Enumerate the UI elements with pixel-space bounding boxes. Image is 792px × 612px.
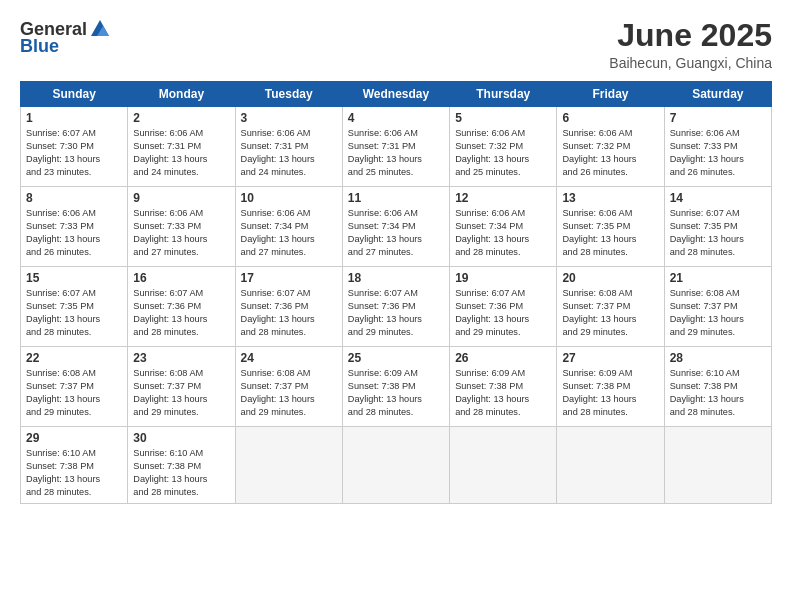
day-number: 17 <box>241 271 337 285</box>
col-monday: Monday <box>128 82 235 107</box>
table-row: 23Sunrise: 6:08 AMSunset: 7:37 PMDayligh… <box>128 347 235 427</box>
table-row: 15Sunrise: 6:07 AMSunset: 7:35 PMDayligh… <box>21 267 128 347</box>
cell-info: Sunrise: 6:09 AMSunset: 7:38 PMDaylight:… <box>562 367 658 419</box>
table-row <box>235 427 342 504</box>
table-row: 2Sunrise: 6:06 AMSunset: 7:31 PMDaylight… <box>128 107 235 187</box>
col-saturday: Saturday <box>664 82 771 107</box>
cell-info: Sunrise: 6:06 AMSunset: 7:33 PMDaylight:… <box>670 127 766 179</box>
calendar-week-row: 22Sunrise: 6:08 AMSunset: 7:37 PMDayligh… <box>21 347 772 427</box>
logo-blue: Blue <box>20 36 59 57</box>
table-row: 1Sunrise: 6:07 AMSunset: 7:30 PMDaylight… <box>21 107 128 187</box>
cell-info: Sunrise: 6:08 AMSunset: 7:37 PMDaylight:… <box>562 287 658 339</box>
cell-info: Sunrise: 6:10 AMSunset: 7:38 PMDaylight:… <box>26 447 122 499</box>
table-row: 19Sunrise: 6:07 AMSunset: 7:36 PMDayligh… <box>450 267 557 347</box>
day-number: 25 <box>348 351 444 365</box>
calendar: Sunday Monday Tuesday Wednesday Thursday… <box>20 81 772 504</box>
table-row: 17Sunrise: 6:07 AMSunset: 7:36 PMDayligh… <box>235 267 342 347</box>
calendar-week-row: 8Sunrise: 6:06 AMSunset: 7:33 PMDaylight… <box>21 187 772 267</box>
cell-info: Sunrise: 6:09 AMSunset: 7:38 PMDaylight:… <box>348 367 444 419</box>
cell-info: Sunrise: 6:07 AMSunset: 7:36 PMDaylight:… <box>241 287 337 339</box>
cell-info: Sunrise: 6:06 AMSunset: 7:34 PMDaylight:… <box>241 207 337 259</box>
day-number: 5 <box>455 111 551 125</box>
day-number: 14 <box>670 191 766 205</box>
table-row: 6Sunrise: 6:06 AMSunset: 7:32 PMDaylight… <box>557 107 664 187</box>
day-number: 23 <box>133 351 229 365</box>
day-number: 4 <box>348 111 444 125</box>
day-number: 21 <box>670 271 766 285</box>
cell-info: Sunrise: 6:10 AMSunset: 7:38 PMDaylight:… <box>670 367 766 419</box>
table-row: 28Sunrise: 6:10 AMSunset: 7:38 PMDayligh… <box>664 347 771 427</box>
col-tuesday: Tuesday <box>235 82 342 107</box>
logo: General Blue <box>20 18 111 57</box>
day-number: 16 <box>133 271 229 285</box>
col-thursday: Thursday <box>450 82 557 107</box>
page-header: General Blue June 2025 Baihecun, Guangxi… <box>20 18 772 71</box>
table-row: 16Sunrise: 6:07 AMSunset: 7:36 PMDayligh… <box>128 267 235 347</box>
day-number: 18 <box>348 271 444 285</box>
day-number: 19 <box>455 271 551 285</box>
day-number: 15 <box>26 271 122 285</box>
day-number: 10 <box>241 191 337 205</box>
cell-info: Sunrise: 6:09 AMSunset: 7:38 PMDaylight:… <box>455 367 551 419</box>
table-row: 12Sunrise: 6:06 AMSunset: 7:34 PMDayligh… <box>450 187 557 267</box>
table-row: 14Sunrise: 6:07 AMSunset: 7:35 PMDayligh… <box>664 187 771 267</box>
cell-info: Sunrise: 6:06 AMSunset: 7:33 PMDaylight:… <box>133 207 229 259</box>
col-wednesday: Wednesday <box>342 82 449 107</box>
day-number: 11 <box>348 191 444 205</box>
cell-info: Sunrise: 6:06 AMSunset: 7:33 PMDaylight:… <box>26 207 122 259</box>
day-number: 29 <box>26 431 122 445</box>
table-row: 29Sunrise: 6:10 AMSunset: 7:38 PMDayligh… <box>21 427 128 504</box>
logo-icon <box>89 18 111 40</box>
table-row: 9Sunrise: 6:06 AMSunset: 7:33 PMDaylight… <box>128 187 235 267</box>
table-row: 21Sunrise: 6:08 AMSunset: 7:37 PMDayligh… <box>664 267 771 347</box>
cell-info: Sunrise: 6:06 AMSunset: 7:31 PMDaylight:… <box>241 127 337 179</box>
table-row <box>664 427 771 504</box>
table-row: 26Sunrise: 6:09 AMSunset: 7:38 PMDayligh… <box>450 347 557 427</box>
day-number: 1 <box>26 111 122 125</box>
day-number: 9 <box>133 191 229 205</box>
cell-info: Sunrise: 6:08 AMSunset: 7:37 PMDaylight:… <box>670 287 766 339</box>
day-number: 7 <box>670 111 766 125</box>
cell-info: Sunrise: 6:06 AMSunset: 7:34 PMDaylight:… <box>455 207 551 259</box>
col-friday: Friday <box>557 82 664 107</box>
table-row: 4Sunrise: 6:06 AMSunset: 7:31 PMDaylight… <box>342 107 449 187</box>
cell-info: Sunrise: 6:06 AMSunset: 7:35 PMDaylight:… <box>562 207 658 259</box>
day-number: 20 <box>562 271 658 285</box>
cell-info: Sunrise: 6:06 AMSunset: 7:31 PMDaylight:… <box>348 127 444 179</box>
table-row: 11Sunrise: 6:06 AMSunset: 7:34 PMDayligh… <box>342 187 449 267</box>
cell-info: Sunrise: 6:06 AMSunset: 7:31 PMDaylight:… <box>133 127 229 179</box>
day-number: 2 <box>133 111 229 125</box>
cell-info: Sunrise: 6:06 AMSunset: 7:34 PMDaylight:… <box>348 207 444 259</box>
day-number: 27 <box>562 351 658 365</box>
cell-info: Sunrise: 6:07 AMSunset: 7:36 PMDaylight:… <box>133 287 229 339</box>
day-number: 24 <box>241 351 337 365</box>
table-row: 24Sunrise: 6:08 AMSunset: 7:37 PMDayligh… <box>235 347 342 427</box>
day-number: 8 <box>26 191 122 205</box>
location: Baihecun, Guangxi, China <box>609 55 772 71</box>
cell-info: Sunrise: 6:06 AMSunset: 7:32 PMDaylight:… <box>455 127 551 179</box>
table-row <box>450 427 557 504</box>
calendar-week-row: 15Sunrise: 6:07 AMSunset: 7:35 PMDayligh… <box>21 267 772 347</box>
cell-info: Sunrise: 6:08 AMSunset: 7:37 PMDaylight:… <box>241 367 337 419</box>
day-number: 6 <box>562 111 658 125</box>
table-row: 25Sunrise: 6:09 AMSunset: 7:38 PMDayligh… <box>342 347 449 427</box>
cell-info: Sunrise: 6:07 AMSunset: 7:30 PMDaylight:… <box>26 127 122 179</box>
calendar-week-row: 29Sunrise: 6:10 AMSunset: 7:38 PMDayligh… <box>21 427 772 504</box>
cell-info: Sunrise: 6:07 AMSunset: 7:36 PMDaylight:… <box>455 287 551 339</box>
day-number: 3 <box>241 111 337 125</box>
day-number: 22 <box>26 351 122 365</box>
table-row: 22Sunrise: 6:08 AMSunset: 7:37 PMDayligh… <box>21 347 128 427</box>
day-number: 26 <box>455 351 551 365</box>
cell-info: Sunrise: 6:07 AMSunset: 7:35 PMDaylight:… <box>670 207 766 259</box>
calendar-week-row: 1Sunrise: 6:07 AMSunset: 7:30 PMDaylight… <box>21 107 772 187</box>
title-area: June 2025 Baihecun, Guangxi, China <box>609 18 772 71</box>
table-row: 20Sunrise: 6:08 AMSunset: 7:37 PMDayligh… <box>557 267 664 347</box>
day-number: 30 <box>133 431 229 445</box>
table-row: 27Sunrise: 6:09 AMSunset: 7:38 PMDayligh… <box>557 347 664 427</box>
day-number: 13 <box>562 191 658 205</box>
col-sunday: Sunday <box>21 82 128 107</box>
table-row: 3Sunrise: 6:06 AMSunset: 7:31 PMDaylight… <box>235 107 342 187</box>
day-number: 12 <box>455 191 551 205</box>
table-row: 8Sunrise: 6:06 AMSunset: 7:33 PMDaylight… <box>21 187 128 267</box>
calendar-header-row: Sunday Monday Tuesday Wednesday Thursday… <box>21 82 772 107</box>
